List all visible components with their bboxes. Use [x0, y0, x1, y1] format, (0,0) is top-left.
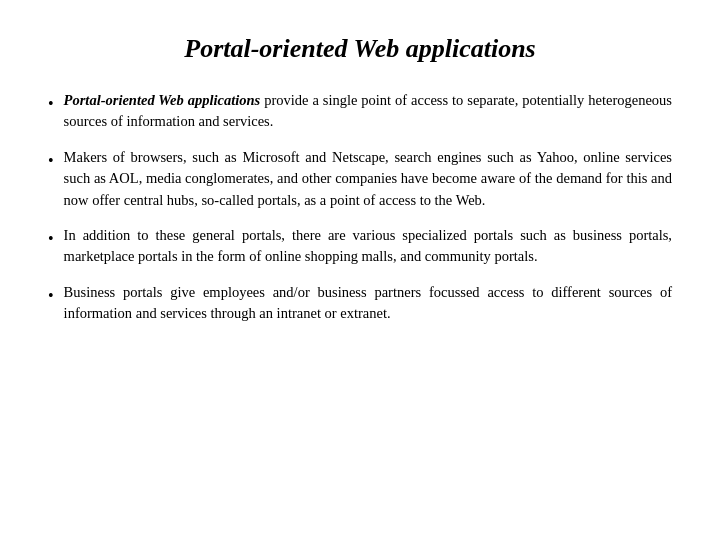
bullet-text-4: Business portals give employees and/or b…: [64, 282, 672, 325]
bullet-text-3: In addition to these general portals, th…: [64, 225, 672, 268]
bullet-dot: •: [48, 149, 54, 172]
bullet-dot: •: [48, 284, 54, 307]
italic-bold-prefix-1: Portal-oriented Web applications: [64, 92, 261, 108]
bullet-dot: •: [48, 92, 54, 115]
list-item: • In addition to these general portals, …: [48, 225, 672, 268]
bullet-text-2: Makers of browsers, such as Microsoft an…: [64, 147, 672, 211]
list-item: • Portal-oriented Web applications provi…: [48, 90, 672, 133]
bullet-dot: •: [48, 227, 54, 250]
bullet-text-1: Portal-oriented Web applications provide…: [64, 90, 672, 133]
list-item: • Makers of browsers, such as Microsoft …: [48, 147, 672, 211]
list-item: • Business portals give employees and/or…: [48, 282, 672, 325]
slide-container: Portal-oriented Web applications • Porta…: [0, 0, 720, 540]
slide-title: Portal-oriented Web applications: [48, 30, 672, 68]
bullet-list: • Portal-oriented Web applications provi…: [48, 90, 672, 325]
